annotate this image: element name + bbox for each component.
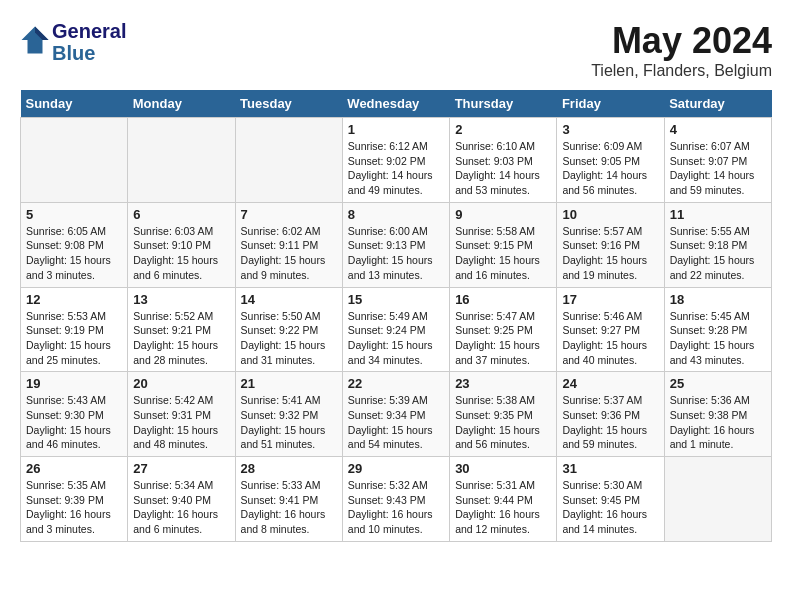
logo-blue: Blue: [52, 42, 126, 64]
day-number: 7: [241, 207, 337, 222]
calendar-cell: 13Sunrise: 5:52 AM Sunset: 9:21 PM Dayli…: [128, 287, 235, 372]
calendar-cell: 8Sunrise: 6:00 AM Sunset: 9:13 PM Daylig…: [342, 202, 449, 287]
day-number: 25: [670, 376, 766, 391]
day-number: 31: [562, 461, 658, 476]
day-info: Sunrise: 5:38 AM Sunset: 9:35 PM Dayligh…: [455, 393, 551, 452]
day-number: 4: [670, 122, 766, 137]
day-info: Sunrise: 6:09 AM Sunset: 9:05 PM Dayligh…: [562, 139, 658, 198]
day-number: 24: [562, 376, 658, 391]
calendar-cell: 15Sunrise: 5:49 AM Sunset: 9:24 PM Dayli…: [342, 287, 449, 372]
day-info: Sunrise: 5:52 AM Sunset: 9:21 PM Dayligh…: [133, 309, 229, 368]
weekday-header-sunday: Sunday: [21, 90, 128, 118]
day-info: Sunrise: 5:46 AM Sunset: 9:27 PM Dayligh…: [562, 309, 658, 368]
calendar-cell: 11Sunrise: 5:55 AM Sunset: 9:18 PM Dayli…: [664, 202, 771, 287]
day-info: Sunrise: 6:05 AM Sunset: 9:08 PM Dayligh…: [26, 224, 122, 283]
logo-general: General: [52, 20, 126, 42]
calendar-cell: 5Sunrise: 6:05 AM Sunset: 9:08 PM Daylig…: [21, 202, 128, 287]
calendar-cell: 20Sunrise: 5:42 AM Sunset: 9:31 PM Dayli…: [128, 372, 235, 457]
day-number: 29: [348, 461, 444, 476]
day-info: Sunrise: 5:37 AM Sunset: 9:36 PM Dayligh…: [562, 393, 658, 452]
day-number: 8: [348, 207, 444, 222]
calendar-cell: [664, 457, 771, 542]
weekday-header-monday: Monday: [128, 90, 235, 118]
month-year-title: May 2024: [591, 20, 772, 62]
day-info: Sunrise: 6:12 AM Sunset: 9:02 PM Dayligh…: [348, 139, 444, 198]
weekday-header-tuesday: Tuesday: [235, 90, 342, 118]
day-info: Sunrise: 5:57 AM Sunset: 9:16 PM Dayligh…: [562, 224, 658, 283]
day-number: 16: [455, 292, 551, 307]
day-number: 27: [133, 461, 229, 476]
day-info: Sunrise: 6:02 AM Sunset: 9:11 PM Dayligh…: [241, 224, 337, 283]
day-number: 21: [241, 376, 337, 391]
day-number: 19: [26, 376, 122, 391]
calendar-cell: 29Sunrise: 5:32 AM Sunset: 9:43 PM Dayli…: [342, 457, 449, 542]
calendar-table: SundayMondayTuesdayWednesdayThursdayFrid…: [20, 90, 772, 542]
calendar-cell: 18Sunrise: 5:45 AM Sunset: 9:28 PM Dayli…: [664, 287, 771, 372]
calendar-week-row: 1Sunrise: 6:12 AM Sunset: 9:02 PM Daylig…: [21, 118, 772, 203]
calendar-cell: 25Sunrise: 5:36 AM Sunset: 9:38 PM Dayli…: [664, 372, 771, 457]
day-info: Sunrise: 5:43 AM Sunset: 9:30 PM Dayligh…: [26, 393, 122, 452]
day-number: 28: [241, 461, 337, 476]
calendar-cell: 17Sunrise: 5:46 AM Sunset: 9:27 PM Dayli…: [557, 287, 664, 372]
day-number: 2: [455, 122, 551, 137]
calendar-cell: 31Sunrise: 5:30 AM Sunset: 9:45 PM Dayli…: [557, 457, 664, 542]
day-info: Sunrise: 5:33 AM Sunset: 9:41 PM Dayligh…: [241, 478, 337, 537]
calendar-cell: 22Sunrise: 5:39 AM Sunset: 9:34 PM Dayli…: [342, 372, 449, 457]
calendar-cell: 9Sunrise: 5:58 AM Sunset: 9:15 PM Daylig…: [450, 202, 557, 287]
calendar-cell: 19Sunrise: 5:43 AM Sunset: 9:30 PM Dayli…: [21, 372, 128, 457]
day-number: 23: [455, 376, 551, 391]
calendar-cell: 2Sunrise: 6:10 AM Sunset: 9:03 PM Daylig…: [450, 118, 557, 203]
day-number: 6: [133, 207, 229, 222]
weekday-header-thursday: Thursday: [450, 90, 557, 118]
day-info: Sunrise: 6:07 AM Sunset: 9:07 PM Dayligh…: [670, 139, 766, 198]
day-number: 13: [133, 292, 229, 307]
calendar-cell: [128, 118, 235, 203]
day-number: 3: [562, 122, 658, 137]
day-info: Sunrise: 5:50 AM Sunset: 9:22 PM Dayligh…: [241, 309, 337, 368]
calendar-cell: [21, 118, 128, 203]
day-info: Sunrise: 5:53 AM Sunset: 9:19 PM Dayligh…: [26, 309, 122, 368]
day-info: Sunrise: 5:58 AM Sunset: 9:15 PM Dayligh…: [455, 224, 551, 283]
day-info: Sunrise: 5:42 AM Sunset: 9:31 PM Dayligh…: [133, 393, 229, 452]
calendar-cell: 10Sunrise: 5:57 AM Sunset: 9:16 PM Dayli…: [557, 202, 664, 287]
day-info: Sunrise: 5:32 AM Sunset: 9:43 PM Dayligh…: [348, 478, 444, 537]
calendar-cell: 7Sunrise: 6:02 AM Sunset: 9:11 PM Daylig…: [235, 202, 342, 287]
day-info: Sunrise: 5:35 AM Sunset: 9:39 PM Dayligh…: [26, 478, 122, 537]
calendar-week-row: 26Sunrise: 5:35 AM Sunset: 9:39 PM Dayli…: [21, 457, 772, 542]
calendar-week-row: 19Sunrise: 5:43 AM Sunset: 9:30 PM Dayli…: [21, 372, 772, 457]
day-number: 10: [562, 207, 658, 222]
calendar-cell: 12Sunrise: 5:53 AM Sunset: 9:19 PM Dayli…: [21, 287, 128, 372]
day-number: 18: [670, 292, 766, 307]
day-number: 17: [562, 292, 658, 307]
calendar-week-row: 12Sunrise: 5:53 AM Sunset: 9:19 PM Dayli…: [21, 287, 772, 372]
day-info: Sunrise: 6:03 AM Sunset: 9:10 PM Dayligh…: [133, 224, 229, 283]
calendar-cell: 14Sunrise: 5:50 AM Sunset: 9:22 PM Dayli…: [235, 287, 342, 372]
calendar-cell: 23Sunrise: 5:38 AM Sunset: 9:35 PM Dayli…: [450, 372, 557, 457]
day-info: Sunrise: 5:49 AM Sunset: 9:24 PM Dayligh…: [348, 309, 444, 368]
calendar-cell: 1Sunrise: 6:12 AM Sunset: 9:02 PM Daylig…: [342, 118, 449, 203]
day-number: 1: [348, 122, 444, 137]
title-block: May 2024 Tielen, Flanders, Belgium: [591, 20, 772, 80]
day-number: 9: [455, 207, 551, 222]
day-number: 30: [455, 461, 551, 476]
day-number: 22: [348, 376, 444, 391]
day-info: Sunrise: 5:45 AM Sunset: 9:28 PM Dayligh…: [670, 309, 766, 368]
calendar-cell: 27Sunrise: 5:34 AM Sunset: 9:40 PM Dayli…: [128, 457, 235, 542]
logo-icon: [20, 25, 50, 55]
location-subtitle: Tielen, Flanders, Belgium: [591, 62, 772, 80]
day-number: 26: [26, 461, 122, 476]
logo: General Blue: [20, 20, 126, 64]
calendar-week-row: 5Sunrise: 6:05 AM Sunset: 9:08 PM Daylig…: [21, 202, 772, 287]
weekday-header-row: SundayMondayTuesdayWednesdayThursdayFrid…: [21, 90, 772, 118]
day-info: Sunrise: 6:10 AM Sunset: 9:03 PM Dayligh…: [455, 139, 551, 198]
day-number: 20: [133, 376, 229, 391]
weekday-header-saturday: Saturday: [664, 90, 771, 118]
day-number: 12: [26, 292, 122, 307]
calendar-cell: 24Sunrise: 5:37 AM Sunset: 9:36 PM Dayli…: [557, 372, 664, 457]
calendar-cell: 30Sunrise: 5:31 AM Sunset: 9:44 PM Dayli…: [450, 457, 557, 542]
day-number: 5: [26, 207, 122, 222]
day-number: 11: [670, 207, 766, 222]
day-info: Sunrise: 6:00 AM Sunset: 9:13 PM Dayligh…: [348, 224, 444, 283]
day-info: Sunrise: 5:30 AM Sunset: 9:45 PM Dayligh…: [562, 478, 658, 537]
calendar-cell: 26Sunrise: 5:35 AM Sunset: 9:39 PM Dayli…: [21, 457, 128, 542]
